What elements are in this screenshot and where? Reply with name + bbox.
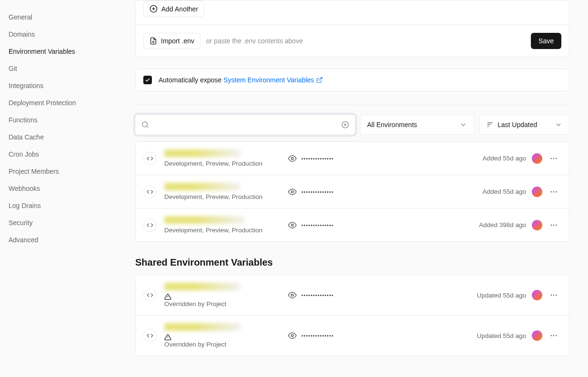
- system-env-vars-link-text: System Environment Variables: [223, 76, 314, 84]
- more-horizontal-icon: [549, 188, 558, 196]
- svg-point-22: [291, 224, 294, 226]
- code-icon: [143, 185, 157, 198]
- sidebar-item-integrations[interactable]: Integrations: [0, 77, 124, 94]
- warning-icon: [164, 293, 171, 300]
- env-var-name: REDACTED_SHARED_A: [164, 283, 240, 290]
- auto-expose-prefix: Automatically expose: [159, 76, 223, 84]
- env-form-card: Add Another Import .env or paste the .en…: [135, 0, 569, 57]
- more-actions-button[interactable]: [546, 218, 561, 233]
- author-avatar[interactable]: [532, 290, 542, 300]
- secret-value-masked: ••••••••••••••: [301, 292, 334, 298]
- x-circle-icon: [341, 121, 349, 129]
- reveal-value-button[interactable]: [288, 221, 297, 229]
- env-var-override-note: Overridden by Project: [164, 293, 283, 308]
- checkmark-icon: [145, 77, 150, 83]
- clear-search-button[interactable]: [341, 121, 349, 129]
- svg-point-24: [553, 224, 554, 225]
- more-horizontal-icon: [549, 291, 558, 299]
- save-row: Import .env or paste the .env contents a…: [136, 25, 569, 57]
- sidebar-item-deployment-protection[interactable]: Deployment Protection: [0, 94, 124, 111]
- sidebar-item-project-members[interactable]: Project Members: [0, 163, 124, 180]
- svg-point-16: [553, 158, 554, 159]
- reveal-value-button[interactable]: [288, 331, 297, 340]
- env-var-meta: Added 55d ago: [482, 188, 526, 195]
- author-avatar[interactable]: [532, 187, 542, 197]
- filter-row: All Environments Last Updated: [135, 115, 569, 135]
- import-env-label: Import .env: [161, 37, 194, 45]
- sidebar-item-advanced[interactable]: Advanced: [0, 231, 124, 248]
- divider: [135, 105, 569, 105]
- env-var-meta: Updated 55d ago: [477, 292, 526, 299]
- environment-select[interactable]: All Environments: [360, 115, 474, 135]
- svg-line-7: [147, 126, 148, 128]
- sidebar-item-webhooks[interactable]: Webhooks: [0, 180, 124, 197]
- sidebar-item-data-cache[interactable]: Data Cache: [0, 129, 124, 146]
- search-wrapper: [135, 115, 355, 135]
- eye-icon: [288, 291, 297, 299]
- add-another-button[interactable]: Add Another: [143, 0, 204, 17]
- svg-point-14: [291, 157, 294, 159]
- reveal-value-button[interactable]: [288, 154, 297, 163]
- more-actions-button[interactable]: [546, 184, 561, 199]
- env-var-name: REDACTED_VAR_TWO: [164, 183, 240, 190]
- sort-select[interactable]: Last Updated: [479, 115, 569, 135]
- sidebar-item-environment-variables[interactable]: Environment Variables: [0, 43, 124, 60]
- shared-env-title: Shared Environment Variables: [135, 257, 569, 268]
- code-icon: [143, 218, 157, 232]
- sidebar-item-general[interactable]: General: [0, 9, 124, 26]
- sidebar-item-log-drains[interactable]: Log Drains: [0, 197, 124, 214]
- svg-point-6: [142, 122, 148, 127]
- reveal-value-button[interactable]: [288, 291, 297, 299]
- chevron-down-icon: [555, 121, 562, 129]
- svg-point-21: [556, 191, 557, 192]
- svg-point-34: [291, 335, 294, 337]
- auto-expose-checkbox[interactable]: [143, 76, 152, 84]
- search-icon: [141, 121, 149, 129]
- eye-icon: [288, 188, 297, 196]
- author-avatar[interactable]: [532, 153, 542, 164]
- import-env-button[interactable]: Import .env: [143, 33, 200, 49]
- svg-point-17: [556, 158, 557, 159]
- svg-point-37: [556, 335, 557, 336]
- svg-point-15: [551, 158, 552, 159]
- sidebar-item-cron-jobs[interactable]: Cron Jobs: [0, 146, 124, 163]
- reveal-value-button[interactable]: [288, 188, 297, 196]
- env-var-targets: Development, Preview, Production: [164, 160, 283, 167]
- env-var-item: REDACTED_VAR_THREE Development, Preview,…: [136, 208, 569, 241]
- plus-circle-icon: [149, 5, 158, 13]
- shared-env-var-list: REDACTED_SHARED_A Overridden by Project …: [135, 275, 569, 356]
- secret-value-masked: ••••••••••••••: [301, 222, 334, 228]
- author-avatar[interactable]: [532, 220, 542, 230]
- save-button[interactable]: Save: [531, 33, 561, 49]
- env-var-list: REDACTED_VAR_ONE Development, Preview, P…: [135, 141, 569, 242]
- auto-expose-card: Automatically expose System Environment …: [135, 69, 569, 91]
- auto-expose-text: Automatically expose System Environment …: [159, 76, 323, 84]
- search-input[interactable]: [149, 121, 341, 129]
- sidebar-item-domains[interactable]: Domains: [0, 26, 124, 43]
- more-actions-button[interactable]: [546, 151, 561, 166]
- more-actions-button[interactable]: [546, 288, 561, 303]
- svg-point-20: [553, 191, 554, 192]
- code-icon: [143, 329, 157, 342]
- svg-line-5: [319, 78, 321, 80]
- more-horizontal-icon: [549, 154, 558, 163]
- system-env-vars-link[interactable]: System Environment Variables: [223, 76, 322, 84]
- settings-sidebar: General Domains Environment Variables Gi…: [0, 0, 124, 377]
- svg-point-29: [551, 295, 552, 296]
- more-actions-button[interactable]: [546, 328, 561, 343]
- sidebar-item-git[interactable]: Git: [0, 60, 124, 77]
- svg-point-35: [551, 335, 552, 336]
- author-avatar[interactable]: [532, 330, 542, 341]
- more-horizontal-icon: [549, 331, 558, 340]
- sidebar-item-security[interactable]: Security: [0, 214, 124, 231]
- svg-point-31: [556, 295, 557, 296]
- add-another-label: Add Another: [161, 5, 198, 13]
- secret-value-masked: ••••••••••••••: [301, 156, 334, 161]
- sort-icon: [486, 121, 494, 129]
- main-content: Add Another Import .env or paste the .en…: [124, 0, 581, 377]
- file-icon: [149, 37, 157, 45]
- env-var-override-note: Overridden by Project: [164, 334, 283, 348]
- eye-icon: [288, 221, 297, 229]
- sidebar-item-functions[interactable]: Functions: [0, 111, 124, 129]
- environment-select-label: All Environments: [367, 121, 417, 129]
